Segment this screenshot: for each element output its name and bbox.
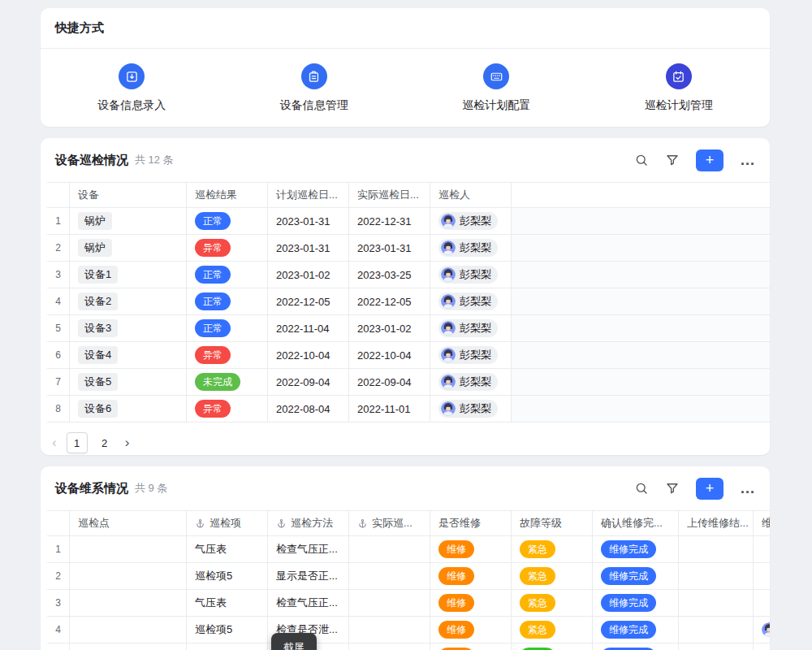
extra-cell[interactable]: [754, 644, 770, 650]
header-planned-date[interactable]: 计划巡检日...: [268, 183, 349, 207]
header-inspection-point[interactable]: 巡检点: [70, 511, 187, 535]
actual-date-cell[interactable]: 2022-09-04: [349, 369, 430, 395]
planned-date-cell[interactable]: 2022-08-04: [268, 396, 349, 422]
inspector-cell[interactable]: 彭梨梨: [430, 342, 512, 368]
confirm-repair-cell[interactable]: 维修完成: [593, 590, 679, 616]
table-row[interactable]: 4 巡检项5 检查是否泄... 维修 紧急 维修完成: [47, 617, 770, 644]
actual-date-cell[interactable]: 2023-03-25: [349, 262, 430, 288]
repair-cell[interactable]: 维修: [430, 590, 512, 616]
result-cell[interactable]: 正常: [187, 315, 268, 341]
planned-date-cell[interactable]: 2022-11-04: [268, 315, 349, 341]
inspector-cell[interactable]: 彭梨梨: [430, 288, 512, 314]
upload-cell[interactable]: [679, 590, 754, 616]
fault-level-cell[interactable]: 紧急: [512, 617, 593, 643]
header-actual-date[interactable]: 实际巡检日...: [349, 183, 430, 207]
table-row[interactable]: 5 巡检项5 显示是否正... 维修 一般 维修完成: [47, 644, 770, 650]
upload-cell[interactable]: [679, 617, 754, 643]
result-cell[interactable]: 未完成: [187, 369, 268, 395]
repair-cell[interactable]: 维修: [430, 536, 512, 562]
result-cell[interactable]: 异常: [187, 342, 268, 368]
actual-date-cell[interactable]: 2023-01-02: [349, 315, 430, 341]
planned-date-cell[interactable]: 2022-12-05: [268, 288, 349, 314]
header-confirm-repair[interactable]: 确认维修完...: [593, 511, 679, 535]
inspection-item-cell[interactable]: 巡检项5: [187, 563, 268, 589]
inspection-item-cell[interactable]: 巡检项5: [187, 617, 268, 643]
table-row[interactable]: 6 设备4 异常 2022-10-04 2022-10-04 彭梨梨: [47, 342, 770, 369]
fault-level-cell[interactable]: 紧急: [512, 590, 593, 616]
next-page-button[interactable]: ›: [122, 435, 133, 451]
table-row[interactable]: 4 设备2 正常 2022-12-05 2022-12-05 彭梨梨: [47, 288, 770, 315]
device-cell[interactable]: 锅炉: [70, 235, 187, 261]
header-extra[interactable]: 维...: [754, 511, 770, 535]
header-result[interactable]: 巡检结果: [187, 183, 268, 207]
device-cell[interactable]: 设备3: [70, 315, 187, 341]
planned-date-cell[interactable]: 2022-10-04: [268, 342, 349, 368]
table-row[interactable]: 2 锅炉 异常 2023-01-31 2023-01-31 彭梨梨: [47, 235, 770, 262]
inspection-method-cell[interactable]: 显示是否正...: [268, 563, 349, 589]
repair-cell[interactable]: 维修: [430, 563, 512, 589]
search-icon[interactable]: [634, 481, 649, 496]
confirm-repair-cell[interactable]: 维修完成: [593, 563, 679, 589]
device-cell[interactable]: 设备5: [70, 369, 187, 395]
extra-cell[interactable]: [754, 617, 770, 643]
inspection-method-cell[interactable]: 检查气压正...: [268, 536, 349, 562]
more-menu-icon[interactable]: …: [740, 156, 755, 164]
page-button-1[interactable]: 1: [67, 432, 88, 453]
device-cell[interactable]: 设备6: [70, 396, 187, 422]
inspection-item-cell[interactable]: 气压表: [187, 536, 268, 562]
actual-cell[interactable]: [349, 617, 430, 643]
planned-date-cell[interactable]: 2023-01-31: [268, 208, 349, 234]
more-menu-icon[interactable]: …: [740, 484, 755, 492]
actual-cell[interactable]: [349, 563, 430, 589]
actual-date-cell[interactable]: 2022-12-05: [349, 288, 430, 314]
add-record-button[interactable]: +: [696, 150, 723, 171]
inspection-point-cell[interactable]: [70, 563, 187, 589]
header-actual[interactable]: 实际巡...: [349, 511, 430, 535]
filter-icon[interactable]: [665, 481, 680, 496]
inspector-cell[interactable]: 彭梨梨: [430, 369, 512, 395]
header-fault-level[interactable]: 故障等级: [512, 511, 593, 535]
actual-cell[interactable]: [349, 644, 430, 650]
extra-cell[interactable]: [754, 563, 770, 589]
header-inspection-method[interactable]: 巡检方法: [268, 511, 349, 535]
filter-icon[interactable]: [665, 153, 680, 167]
actual-date-cell[interactable]: 2022-11-01: [349, 396, 430, 422]
device-cell[interactable]: 锅炉: [70, 208, 187, 234]
extra-cell[interactable]: [754, 536, 770, 562]
table-row[interactable]: 3 设备1 正常 2023-01-02 2023-03-25 彭梨梨: [47, 262, 770, 288]
inspection-method-cell[interactable]: 检查气压正...: [268, 590, 349, 616]
device-cell[interactable]: 设备1: [70, 262, 187, 288]
upload-cell[interactable]: [679, 644, 754, 650]
result-cell[interactable]: 正常: [187, 288, 268, 314]
table-row[interactable]: 5 设备3 正常 2022-11-04 2023-01-02 彭梨梨: [47, 315, 770, 342]
inspector-cell[interactable]: 彭梨梨: [430, 315, 512, 341]
table-row[interactable]: 1 锅炉 正常 2023-01-31 2022-12-31 彭梨梨: [47, 208, 770, 235]
actual-date-cell[interactable]: 2022-10-04: [349, 342, 430, 368]
device-cell[interactable]: 设备4: [70, 342, 187, 368]
actual-date-cell[interactable]: 2023-01-31: [349, 235, 430, 261]
device-cell[interactable]: 设备2: [70, 288, 187, 314]
inspector-cell[interactable]: 彭梨梨: [430, 262, 512, 288]
header-inspection-item[interactable]: 巡检项: [187, 511, 268, 535]
fault-level-cell[interactable]: 紧急: [512, 563, 593, 589]
page-button-2[interactable]: 2: [94, 432, 115, 453]
header-upload-result[interactable]: 上传维修结...: [679, 511, 754, 535]
shortcut-plan-manage[interactable]: 巡检计划管理: [588, 63, 771, 113]
inspection-item-cell[interactable]: 巡检项5: [187, 644, 268, 650]
repair-cell[interactable]: 维修: [430, 617, 512, 643]
search-icon[interactable]: [634, 153, 649, 167]
fault-level-cell[interactable]: 紧急: [512, 536, 593, 562]
inspection-point-cell[interactable]: [70, 590, 187, 616]
inspection-point-cell[interactable]: [70, 617, 187, 643]
header-inspector[interactable]: 巡检人: [430, 183, 512, 207]
shortcut-device-info-entry[interactable]: 设备信息录入: [41, 63, 223, 113]
prev-page-button[interactable]: ‹: [49, 435, 60, 451]
table-row[interactable]: 7 设备5 未完成 2022-09-04 2022-09-04 彭梨梨: [47, 369, 770, 396]
planned-date-cell[interactable]: 2022-09-04: [268, 369, 349, 395]
result-cell[interactable]: 正常: [187, 208, 268, 234]
table-row[interactable]: 1 气压表 检查气压正... 维修 紧急 维修完成: [47, 536, 770, 563]
confirm-repair-cell[interactable]: 维修完成: [593, 644, 679, 650]
repair-cell[interactable]: 维修: [430, 644, 512, 650]
add-record-button[interactable]: +: [696, 478, 723, 500]
result-cell[interactable]: 异常: [187, 235, 268, 261]
